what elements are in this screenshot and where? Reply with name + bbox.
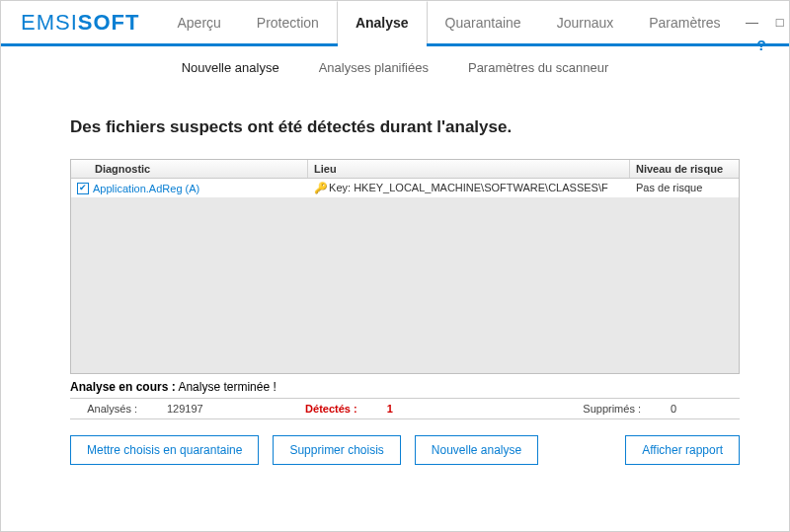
tab-quarantaine[interactable]: Quarantaine [428, 1, 539, 43]
titlebar: EMSISOFT Aperçu Protection Analyse Quara… [1, 1, 789, 46]
tab-parametres[interactable]: Paramètres [631, 1, 738, 43]
risque-text: Pas de risque [630, 179, 739, 197]
lieu-text: Key: HKEY_LOCAL_MACHINE\SOFTWARE\CLASSES… [329, 182, 608, 193]
deleted-value: 0 [671, 403, 730, 415]
status-value: Analyse terminée ! [178, 380, 276, 394]
quarantine-button[interactable]: Mettre choisis en quarantaine [70, 435, 259, 465]
brand-suffix: SOFT [78, 10, 140, 36]
app-window: EMSISOFT Aperçu Protection Analyse Quara… [0, 0, 790, 532]
brand-logo: EMSISOFT [1, 1, 159, 43]
col-lieu[interactable]: Lieu [308, 160, 630, 178]
registry-key-icon: 🔑 [314, 182, 326, 194]
tab-journaux[interactable]: Journaux [539, 1, 632, 43]
action-buttons: Mettre choisis en quarantaine Supprimer … [70, 435, 740, 465]
table-row[interactable]: ✔ Application.AdReg (A) 🔑 Key: HKEY_LOCA… [71, 179, 739, 197]
results-grid: Diagnostic Lieu Niveau de risque ✔ Appli… [70, 159, 740, 374]
grid-header: Diagnostic Lieu Niveau de risque [71, 160, 739, 179]
subtab-parametres-scanneur[interactable]: Paramètres du scanneur [468, 60, 608, 75]
sub-tabs: Nouvelle analyse Analyses planifiées Par… [1, 46, 789, 88]
minimize-button[interactable]: — [739, 11, 766, 35]
stats-bar: Analysés : 129197 Détectés : 1 Supprimés… [70, 398, 740, 419]
detected-label: Détectés : [290, 403, 357, 415]
analysed-value: 129197 [167, 403, 226, 415]
row-checkbox[interactable]: ✔ [77, 183, 89, 194]
report-button[interactable]: Afficher rapport [625, 435, 740, 465]
col-diagnostic-label: Diagnostic [95, 163, 150, 175]
main-tabs: Aperçu Protection Analyse Quarantaine Jo… [159, 1, 738, 43]
status-row: Analyse en cours : Analyse terminée ! [70, 380, 740, 394]
subtab-nouvelle-analyse[interactable]: Nouvelle analyse [182, 60, 279, 75]
delete-button[interactable]: Supprimer choisis [273, 435, 400, 465]
tab-protection[interactable]: Protection [239, 1, 337, 43]
analysed-label: Analysés : [70, 403, 137, 415]
detected-value: 1 [387, 403, 446, 415]
new-scan-button[interactable]: Nouvelle analyse [415, 435, 538, 465]
tab-analyse[interactable]: Analyse [337, 1, 428, 43]
page-title: Des fichiers suspects ont été détectés d… [70, 117, 740, 137]
deleted-label: Supprimés : [574, 403, 641, 415]
brand-prefix: EMSI [21, 10, 78, 36]
tab-apercu[interactable]: Aperçu [159, 1, 238, 43]
maximize-button[interactable]: □ [766, 11, 790, 35]
col-diagnostic[interactable]: Diagnostic [71, 160, 308, 178]
status-label: Analyse en cours : [70, 380, 176, 394]
content-area: Des fichiers suspects ont été détectés d… [1, 88, 789, 465]
col-risque[interactable]: Niveau de risque [630, 160, 739, 178]
subtab-analyses-planifiees[interactable]: Analyses planifiées [319, 60, 429, 75]
diagnostic-link[interactable]: Application.AdReg (A) [93, 183, 199, 194]
